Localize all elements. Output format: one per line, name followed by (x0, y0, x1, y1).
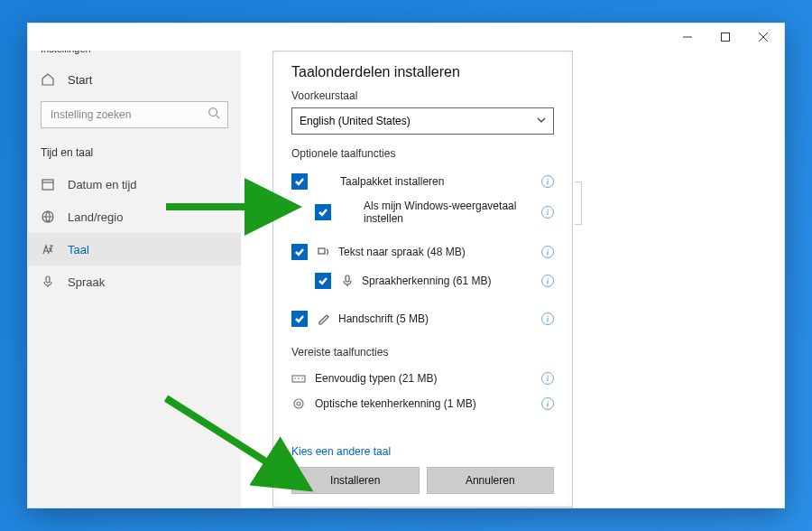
svg-rect-10 (318, 248, 325, 254)
checkbox-install-pack[interactable] (291, 173, 308, 190)
nav-label: Taal (68, 243, 89, 256)
svg-line-5 (217, 116, 220, 119)
home-icon (41, 72, 55, 87)
choose-other-language-link[interactable]: Kies een andere taal (291, 445, 391, 458)
optional-features-heading: Optionele taalfuncties (291, 147, 554, 160)
option-label: Als mijn Windows-weergavetaal instellen (364, 200, 541, 225)
info-icon[interactable]: i (541, 275, 554, 287)
checkbox-set-display[interactable] (315, 204, 331, 220)
info-icon[interactable]: i (541, 312, 554, 325)
globe-icon (41, 210, 55, 224)
required-features-heading: Vereiste taalfuncties (291, 346, 554, 359)
required-label: Optische tekenherkenning (1 MB) (315, 397, 541, 410)
nav-label: Land/regio (68, 210, 123, 224)
install-button[interactable]: Installeren (291, 467, 420, 494)
category-heading: Tijd en taal (28, 141, 241, 168)
minimize-button[interactable] (669, 23, 706, 51)
maximize-button[interactable] (706, 23, 744, 51)
option-label: Tekst naar spraak (48 MB) (338, 246, 541, 258)
close-button[interactable] (744, 23, 782, 51)
option-label: Taalpakket installeren (340, 175, 541, 188)
home-link[interactable]: Start (28, 63, 241, 96)
svg-rect-6 (42, 180, 53, 190)
calendar-icon (41, 177, 55, 191)
text-to-speech-icon (317, 245, 331, 259)
option-install-pack: Taalpakket installeren i (291, 171, 554, 192)
spacer-icon (340, 205, 355, 219)
search-box[interactable] (41, 101, 228, 128)
required-ocr: Optische tekenherkenning (1 MB) i (291, 396, 554, 411)
svg-rect-9 (46, 276, 50, 283)
spacer-icon (317, 174, 331, 189)
option-set-display-language: Als mijn Windows-weergavetaal instellen … (291, 200, 554, 225)
search-input[interactable] (49, 107, 208, 122)
background-panel-edge (575, 182, 582, 225)
settings-window: Instellingen Start Tijd en taal Datum en… (27, 23, 785, 508)
info-icon[interactable]: i (541, 206, 554, 219)
home-label: Start (68, 73, 92, 87)
required-basic-typing: Eenvoudig typen (21 MB) i (291, 371, 554, 386)
info-icon[interactable]: i (541, 372, 554, 385)
nav-label: Datum en tijd (68, 178, 137, 191)
option-text-to-speech: Tekst naar spraak (48 MB) i (291, 241, 554, 263)
svg-point-17 (297, 402, 300, 405)
dialog-title: Taalonderdelen installeren (291, 64, 554, 80)
cancel-button[interactable]: Annuleren (427, 467, 555, 494)
settings-sidebar: Instellingen Start Tijd en taal Datum en… (28, 51, 241, 508)
nav-speech[interactable]: Spraak (28, 266, 241, 298)
checkbox-tts[interactable] (291, 244, 308, 260)
svg-point-16 (294, 399, 303, 408)
svg-point-4 (209, 108, 217, 116)
required-label: Eenvoudig typen (21 MB) (315, 372, 541, 385)
ocr-icon (291, 396, 306, 411)
nav-region[interactable]: Land/regio (28, 200, 241, 233)
checkbox-speech-rec[interactable] (315, 273, 331, 289)
window-titlebar (28, 23, 784, 51)
language-icon (41, 242, 55, 256)
preferred-language-label: Voorkeurstaal (291, 89, 554, 102)
info-icon[interactable]: i (541, 397, 554, 410)
microphone-icon (41, 275, 55, 289)
nav-date-time[interactable]: Datum en tijd (28, 168, 241, 200)
app-title: Instellingen (28, 51, 241, 63)
info-icon[interactable]: i (541, 175, 554, 188)
info-icon[interactable]: i (541, 246, 554, 258)
nav-label: Spraak (68, 275, 105, 289)
svg-rect-11 (346, 275, 349, 282)
option-handwriting: Handschrift (5 MB) i (291, 308, 554, 330)
main-panel: Taalonderdelen installeren Voorkeurstaal… (241, 51, 784, 508)
search-icon (208, 107, 220, 123)
language-select[interactable]: English (United States) (291, 107, 554, 135)
install-language-dialog: Taalonderdelen installeren Voorkeurstaal… (272, 51, 573, 508)
selected-language: English (United States) (300, 115, 411, 127)
svg-rect-1 (722, 33, 730, 42)
chevron-down-icon (537, 115, 546, 127)
option-speech-recognition: Spraakherkenning (61 MB) i (291, 270, 554, 292)
handwriting-icon (317, 312, 331, 326)
option-label: Spraakherkenning (61 MB) (362, 275, 541, 287)
nav-language[interactable]: Taal (28, 233, 241, 266)
checkbox-handwriting[interactable] (291, 311, 308, 327)
option-label: Handschrift (5 MB) (338, 312, 541, 325)
keyboard-icon (291, 371, 306, 386)
microphone-icon (340, 274, 355, 288)
